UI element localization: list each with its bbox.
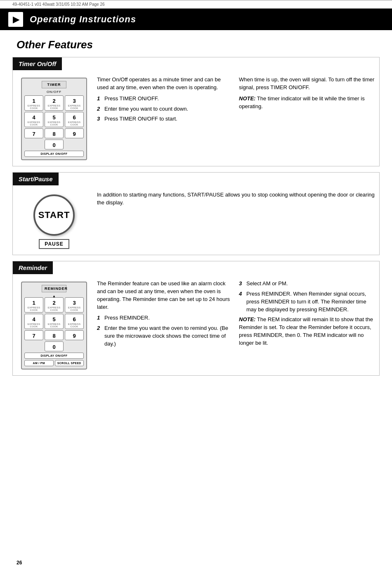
main-section-title: Other Features xyxy=(17,38,375,51)
reminder-step2-text: Enter the time you want the oven to remi… xyxy=(104,325,233,348)
reminder-note-text: The REM indicator will remain lit to sho… xyxy=(239,316,373,346)
reminder-key-8: 8 xyxy=(45,330,64,340)
reminder-keypad: REMINDER ▲ 1EXPRESS COOK 2EXPRESS COOK 3… xyxy=(21,282,87,370)
reminder-display-btn: DISPLAY ON/OFF xyxy=(24,353,84,359)
reminder-keypad-label: REMINDER xyxy=(42,285,66,292)
timer-key-9: 9 xyxy=(65,128,84,138)
reminder-section: Reminder REMINDER ▲ 1EXPRESS COOK 2EXPRE… xyxy=(12,261,380,376)
reminder-key-0: 0 xyxy=(45,341,64,351)
timer-key-1: 1EXPRESS COOK xyxy=(24,95,43,111)
reminder-key-9: 9 xyxy=(65,330,84,340)
timer-key-grid: 1EXPRESS COOK 2EXPRESS COOK 3EXPRESS COO… xyxy=(24,95,84,138)
timer-step3-text: Press TIMER ON/OFF to start. xyxy=(104,115,233,123)
timer-step2-text: Enter time you want to count down. xyxy=(104,105,233,113)
page-number: 26 xyxy=(17,560,22,566)
reminder-keypad-area: REMINDER ▲ 1EXPRESS COOK 2EXPRESS COOK 3… xyxy=(17,280,91,370)
timer-zero-row: 0 xyxy=(24,140,84,149)
reminder-scroll-btn: SCROLL SPEED xyxy=(55,360,84,366)
timer-section-header: Timer On/Off xyxy=(13,57,62,70)
reminder-key-3: 3EXPRESS COOK xyxy=(65,297,84,313)
timer-body: TIMER ON/OFF 1EXPRESS COOK 2EXPRESS COOK… xyxy=(13,70,379,166)
reminder-key-2: 2EXPRESS COOK xyxy=(45,297,64,313)
reminder-key-4: 4EXPRESS COOK xyxy=(24,314,43,329)
timer-key-3: 3EXPRESS COOK xyxy=(65,95,84,111)
reminder-body: REMINDER ▲ 1EXPRESS COOK 2EXPRESS COOK 3… xyxy=(13,274,379,375)
reminder-step1-text: Press REMINDER. xyxy=(104,314,233,322)
timer-intro: Timer On/Off operates as a minute timer … xyxy=(97,76,233,92)
reminder-step-4: 4 Press REMINDER. When Reminder signal o… xyxy=(239,290,375,314)
reminder-step-2: 2 Enter the time you want the oven to re… xyxy=(97,325,233,348)
pause-label: PAUSE xyxy=(39,239,69,249)
timer-step-1: 1 Press TIMER ON/OFF. xyxy=(97,95,233,103)
reminder-key-grid: 1EXPRESS COOK 2EXPRESS COOK 3EXPRESS COO… xyxy=(24,297,84,340)
section-icon: ▶ xyxy=(8,12,23,27)
reminder-text-col2: 3 Select AM or PM. 4 Press REMINDER. Whe… xyxy=(239,280,375,370)
timer-key-4: 4EXPRESS COOK xyxy=(24,112,43,127)
timer-key-6: 6EXPRESS COOK xyxy=(65,112,84,127)
timer-step2-num: 2 xyxy=(97,105,103,113)
timer-note-text: The timer indicator will be lit while th… xyxy=(239,95,365,109)
timer-keypad-sublabel: ON/OFF xyxy=(24,90,84,94)
reminder-intro: The Reminder feature can be used like an… xyxy=(97,280,233,311)
reminder-key-5: 5EXPRESS COOK xyxy=(45,314,64,329)
reminder-key-7: 7 xyxy=(24,330,43,340)
timer-keypad-label: TIMER xyxy=(42,81,66,88)
timer-note-label: NOTE: xyxy=(239,95,255,102)
timer-keypad-area: TIMER ON/OFF 1EXPRESS COOK 2EXPRESS COOK… xyxy=(17,76,91,160)
start-pause-text-col: In addition to starting many functions, … xyxy=(97,191,375,249)
reminder-extra-buttons: AM / PM SCROLL SPEED xyxy=(24,360,84,366)
start-pause-section: Start/Pause START PAUSE In addition to s… xyxy=(12,172,380,255)
timer-key-0: 0 xyxy=(45,140,64,149)
reminder-step3-text: Select AM or PM. xyxy=(246,280,375,288)
page-title: Operating Instructions xyxy=(30,14,136,25)
reminder-step-1: 1 Press REMINDER. xyxy=(97,314,233,322)
timer-step1-num: 1 xyxy=(97,95,103,103)
reminder-key-6: 6EXPRESS COOK xyxy=(65,314,84,329)
reminder-text-col1: The Reminder feature can be used like an… xyxy=(97,280,233,370)
reminder-zero-row: 0 xyxy=(24,341,84,351)
timer-display-btn: DISPLAY ON/OFF xyxy=(24,151,84,157)
reminder-arrow: ▲ xyxy=(24,294,84,296)
reminder-step4-num: 4 xyxy=(239,290,245,314)
reminder-step2-num: 2 xyxy=(97,325,103,348)
page-header: ▶ Operating Instructions xyxy=(0,9,392,30)
timer-key-5: 5EXPRESS COOK xyxy=(45,112,64,127)
start-pause-visual: START PAUSE xyxy=(17,191,91,249)
reminder-step-3: 3 Select AM or PM. xyxy=(239,280,375,288)
timer-step-3: 3 Press TIMER ON/OFF to start. xyxy=(97,115,233,123)
timer-keypad: TIMER ON/OFF 1EXPRESS COOK 2EXPRESS COOK… xyxy=(21,78,87,160)
timer-key-8: 8 xyxy=(45,128,64,138)
start-pause-heading: Start/Pause xyxy=(19,175,53,182)
timer-heading: Timer On/Off xyxy=(19,60,56,67)
timer-note: NOTE: The timer indicator will be lit wh… xyxy=(239,95,375,111)
reminder-ampm-btn: AM / PM xyxy=(24,360,54,366)
timer-key-2: 2EXPRESS COOK xyxy=(45,95,64,111)
timer-step-2: 2 Enter time you want to count down. xyxy=(97,105,233,113)
start-button: START xyxy=(33,194,75,236)
reminder-note-label: NOTE: xyxy=(239,316,255,322)
reminder-key-1: 1EXPRESS COOK xyxy=(24,297,43,313)
reminder-note: NOTE: The REM indicator will remain lit … xyxy=(239,316,375,347)
timer-text-col1: Timer On/Off operates as a minute timer … xyxy=(97,76,233,160)
file-info-bar: 49-40451-1 v01 40watt 3/31/05 10:32 AM P… xyxy=(0,0,392,9)
timer-step1-text: Press TIMER ON/OFF. xyxy=(104,95,233,103)
timer-section: Timer On/Off TIMER ON/OFF 1EXPRESS COOK … xyxy=(12,57,380,166)
start-pause-text: In addition to starting many functions, … xyxy=(97,191,375,207)
reminder-step1-num: 1 xyxy=(97,314,103,322)
reminder-step3-num: 3 xyxy=(239,280,245,288)
reminder-section-header: Reminder xyxy=(13,261,53,274)
reminder-heading: Reminder xyxy=(19,264,47,271)
reminder-step4-text: Press REMINDER. When Reminder signal occ… xyxy=(246,290,375,314)
timer-col2-text: When time is up, the oven will signal. T… xyxy=(239,76,375,92)
start-pause-body: START PAUSE In addition to starting many… xyxy=(13,185,379,255)
timer-key-7: 7 xyxy=(24,128,43,138)
timer-text-col2: When time is up, the oven will signal. T… xyxy=(239,76,375,160)
start-pause-header: Start/Pause xyxy=(13,173,59,185)
timer-step3-num: 3 xyxy=(97,115,103,123)
file-info-text: 49-40451-1 v01 40watt 3/31/05 10:32 AM P… xyxy=(12,2,105,7)
